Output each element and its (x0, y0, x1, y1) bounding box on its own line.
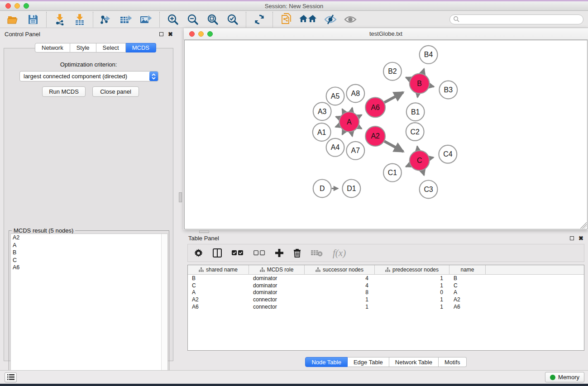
zoom-selected-icon[interactable] (226, 13, 239, 26)
edge-A-A6[interactable] (358, 115, 361, 117)
edge-C-C2[interactable] (417, 146, 418, 150)
table-row[interactable]: Bdominator41B (188, 275, 584, 282)
tab-style[interactable]: Style (70, 43, 96, 52)
network-window-titlebar[interactable]: testGlobe.txt (184, 28, 588, 40)
scrollbar-track[interactable] (161, 234, 167, 381)
show-hide-icon[interactable] (344, 13, 357, 26)
memory-button[interactable]: Memory (545, 372, 584, 382)
mcds-result-item[interactable]: A (11, 242, 167, 249)
network-canvas[interactable]: B4B2BB3A5A8A6A3B1AA1C2A2A4A7C4CC1C3DD1 (184, 40, 588, 229)
table-settings-icon[interactable] (194, 249, 203, 257)
close-table-panel-icon[interactable]: ✖ (578, 236, 583, 240)
node-A1[interactable]: A1 (313, 123, 331, 141)
node-A5[interactable]: A5 (326, 87, 344, 105)
close-panel-button[interactable]: Close panel (92, 86, 139, 97)
node-D1[interactable]: D1 (342, 180, 360, 198)
tab-select[interactable]: Select (96, 43, 126, 52)
open-session-icon[interactable] (6, 13, 20, 26)
first-neighbors-icon[interactable] (299, 13, 317, 26)
tab-node-table[interactable]: Node Table (305, 357, 348, 367)
node-A6[interactable]: A6 (365, 97, 385, 117)
export-image-icon[interactable] (139, 13, 153, 26)
save-session-icon[interactable] (26, 13, 40, 26)
node-table[interactable]: shared nameMCDS rolesuccessor nodesprede… (187, 265, 584, 351)
table-row[interactable]: A6connector11A6 (188, 303, 584, 310)
edge-B-B1[interactable] (417, 94, 418, 97)
tab-motifs[interactable]: Motifs (439, 357, 467, 367)
edge-A-A1[interactable] (335, 125, 339, 127)
edge-C-C3[interactable] (422, 171, 424, 176)
node-A2[interactable]: A2 (365, 126, 385, 146)
node-C3[interactable]: C3 (420, 181, 438, 199)
column-header-MCDS-role[interactable]: MCDS role (249, 265, 305, 274)
search-input[interactable] (449, 14, 583, 24)
deselect-all-icon[interactable] (253, 250, 265, 256)
refresh-icon[interactable] (253, 13, 266, 26)
node-B[interactable]: B (410, 74, 430, 94)
edge-B-B2[interactable] (406, 77, 410, 79)
table-row[interactable]: A2connector11A2 (188, 296, 584, 303)
zoom-out-icon[interactable] (186, 13, 200, 26)
mcds-result-item[interactable]: C (11, 257, 167, 264)
node-C2[interactable]: C2 (406, 123, 424, 141)
node-A3[interactable]: A3 (313, 102, 331, 120)
show-hide-graphics-icon[interactable] (324, 13, 337, 26)
mcds-result-item[interactable]: A2 (11, 234, 167, 242)
node-B3[interactable]: B3 (439, 81, 457, 99)
node-D[interactable]: D (313, 180, 331, 198)
zoom-fit-icon[interactable] (206, 13, 220, 26)
import-table-icon[interactable] (73, 13, 86, 26)
split-columns-icon[interactable] (213, 248, 222, 257)
close-panel-icon[interactable]: ✖ (168, 32, 173, 36)
resize-grip[interactable] (580, 222, 587, 229)
edge-B-B3[interactable] (430, 86, 434, 86)
export-table-icon[interactable] (120, 13, 133, 26)
edge-A-A7[interactable] (351, 132, 352, 136)
edge-A2-C[interactable] (384, 141, 403, 152)
node-A[interactable]: A (339, 112, 359, 132)
node-B2[interactable]: B2 (383, 62, 402, 81)
optimization-criterion-select[interactable]: largest connected component (directed) (19, 71, 158, 81)
run-mcds-button[interactable]: Run MCDS (42, 86, 86, 97)
tab-network[interactable]: Network (35, 43, 70, 52)
add-column-icon[interactable] (275, 249, 283, 257)
new-session-from-network-icon[interactable] (279, 13, 293, 26)
node-C1[interactable]: C1 (383, 164, 402, 182)
edge-A6-B[interactable] (384, 92, 403, 102)
tab-mcds[interactable]: MCDS (126, 43, 156, 52)
table-row[interactable]: Adominator80A (188, 289, 584, 296)
node-A4[interactable]: A4 (326, 138, 344, 157)
edge-B-B4[interactable] (422, 69, 424, 74)
float-panel-icon[interactable] (159, 32, 163, 36)
mcds-result-item[interactable]: B (11, 249, 167, 257)
mcds-result-list[interactable]: A2ABCA6 (10, 234, 168, 381)
export-network-icon[interactable] (100, 13, 113, 26)
column-header-predecessor-nodes[interactable]: predecessor nodes (375, 265, 449, 274)
table-row[interactable]: Cdominator41C (188, 282, 584, 289)
edge-C-C1[interactable] (406, 165, 410, 167)
node-A7[interactable]: A7 (346, 142, 364, 160)
node-B1[interactable]: B1 (406, 103, 425, 121)
mcds-result-item[interactable]: A6 (11, 264, 167, 272)
edge-A-A2[interactable] (358, 127, 361, 129)
function-builder-icon[interactable]: f(x) (333, 248, 346, 259)
zoom-in-icon[interactable] (166, 13, 180, 26)
select-all-icon[interactable] (232, 250, 244, 256)
node-B4[interactable]: B4 (420, 46, 438, 64)
edge-A-A8[interactable] (351, 108, 352, 111)
node-C4[interactable]: C4 (439, 145, 457, 163)
edge-A-A3[interactable] (336, 117, 339, 118)
column-header-shared-name[interactable]: shared name (188, 265, 249, 274)
network-graph[interactable]: B4B2BB3A5A8A6A3B1AA1C2A2A4A7C4CC1C3DD1 (185, 40, 587, 229)
tab-edge-table[interactable]: Edge Table (348, 357, 389, 367)
import-network-icon[interactable] (53, 13, 67, 26)
task-history-button[interactable] (5, 372, 17, 382)
node-C[interactable]: C (410, 151, 430, 171)
edge-C-C4[interactable] (430, 157, 433, 158)
column-header-name[interactable]: name (449, 265, 486, 274)
column-header-successor-nodes[interactable]: successor nodes (305, 265, 375, 274)
node-A8[interactable]: A8 (346, 85, 364, 103)
float-table-panel-icon[interactable] (570, 236, 574, 240)
delete-table-icon[interactable] (311, 249, 323, 257)
split-divider-handle[interactable] (179, 192, 182, 202)
